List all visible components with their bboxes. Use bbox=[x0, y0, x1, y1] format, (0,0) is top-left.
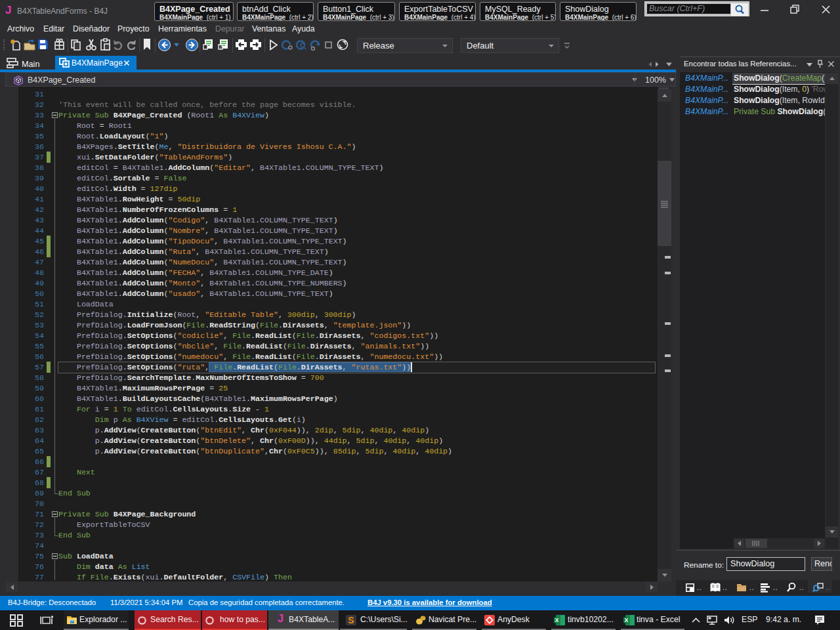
svg-text:S: S bbox=[348, 615, 354, 625]
svg-text:X: X bbox=[555, 617, 559, 623]
svg-text:?: ? bbox=[219, 43, 222, 50]
svg-text:X: X bbox=[625, 617, 629, 623]
